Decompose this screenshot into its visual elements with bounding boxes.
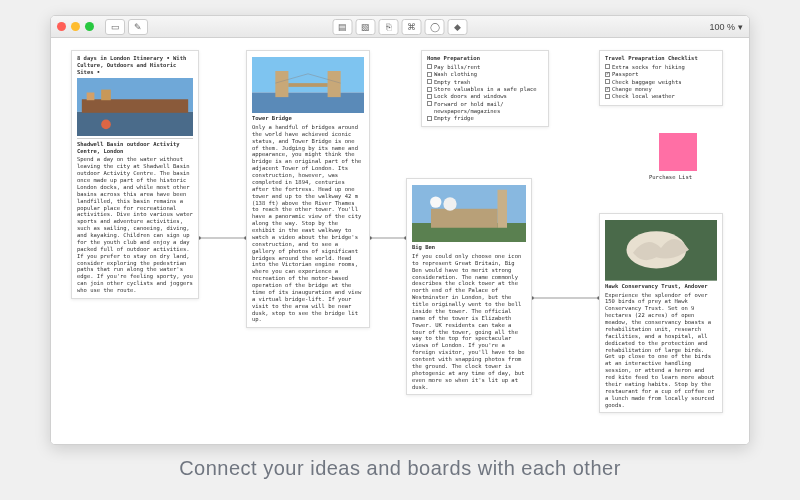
card-body: Only a handful of bridges around the wor… bbox=[252, 124, 364, 323]
checklist-item[interactable]: Passport bbox=[605, 71, 717, 78]
checklist-label: Change money bbox=[612, 86, 652, 93]
svg-rect-20 bbox=[431, 209, 498, 228]
zoom-control[interactable]: 100 % ▾ bbox=[709, 22, 743, 32]
fullscreen-icon[interactable] bbox=[85, 22, 94, 31]
checklist-item[interactable]: Lock doors and windows bbox=[427, 93, 543, 100]
checklist-label: Check local weather bbox=[612, 93, 675, 100]
checklist-item[interactable]: Pay bills/rent bbox=[427, 64, 543, 71]
checkbox-icon[interactable] bbox=[605, 72, 610, 77]
card-title: Hawk Conservancy Trust, Andover bbox=[605, 283, 717, 290]
checklist-item[interactable]: Forward or hold mail/ newspapers/magazin… bbox=[427, 101, 543, 115]
image-big-ben bbox=[412, 185, 526, 242]
card-hawk[interactable]: Hawk Conservancy Trust, Andover Experien… bbox=[599, 213, 723, 413]
close-icon[interactable] bbox=[57, 22, 66, 31]
zoom-level: 100 % bbox=[709, 22, 735, 32]
checkbox-icon[interactable] bbox=[427, 94, 432, 99]
card-title: Home Preparation bbox=[427, 55, 543, 62]
checklist-label: Forward or hold mail/ newspapers/magazin… bbox=[434, 101, 504, 115]
card-title: Tower Bridge bbox=[252, 115, 364, 122]
checklist: Extra socks for hikingPassportCheck bagg… bbox=[605, 64, 717, 100]
canvas[interactable]: 8 days in London Itinerary • With Cultur… bbox=[51, 38, 749, 444]
card-travel-checklist[interactable]: Travel Preapration Checklist Extra socks… bbox=[599, 50, 723, 106]
svg-rect-13 bbox=[252, 92, 364, 113]
svg-rect-9 bbox=[87, 92, 95, 100]
card-big-ben[interactable]: Big Ben If you could only choose one ico… bbox=[406, 178, 532, 395]
card-body: If you could only choose one icon to rep… bbox=[412, 253, 526, 391]
checklist-item[interactable]: Change money bbox=[605, 86, 717, 93]
compose-button[interactable]: ✎ bbox=[128, 19, 148, 35]
chevron-down-icon: ▾ bbox=[738, 22, 743, 32]
checklist-item[interactable]: Wash clothing bbox=[427, 71, 543, 78]
card-shadwell[interactable]: 8 days in London Itinerary • With Cultur… bbox=[71, 50, 199, 299]
purchase-list-label: Purchase List bbox=[649, 174, 692, 180]
card-header: 8 days in London Itinerary • With Cultur… bbox=[77, 55, 193, 76]
svg-rect-15 bbox=[328, 71, 341, 97]
svg-point-22 bbox=[443, 197, 456, 210]
checklist-label: Store valuables in a safe place bbox=[434, 86, 537, 93]
svg-rect-7 bbox=[77, 111, 193, 135]
checklist-label: Passport bbox=[612, 71, 639, 78]
checkbox-icon[interactable] bbox=[605, 87, 610, 92]
minimize-icon[interactable] bbox=[71, 22, 80, 31]
svg-rect-19 bbox=[498, 190, 508, 228]
shape-icon[interactable]: ◯ bbox=[425, 19, 445, 35]
checkbox-icon[interactable] bbox=[427, 64, 432, 69]
card-title: Travel Preapration Checklist bbox=[605, 55, 717, 62]
checklist-item[interactable]: Store valuables in a safe place bbox=[427, 86, 543, 93]
checklist-label: Extra socks for hiking bbox=[612, 64, 685, 71]
tag-icon[interactable]: ◆ bbox=[448, 19, 468, 35]
checklist-label: Check baggage weights bbox=[612, 79, 682, 86]
checklist-label: Wash clothing bbox=[434, 71, 477, 78]
image-waterfront bbox=[77, 78, 193, 136]
checkbox-icon[interactable] bbox=[605, 79, 610, 84]
card-title: Shadwell Basin outdoor Activity Centre, … bbox=[77, 141, 193, 155]
svg-rect-8 bbox=[82, 99, 188, 113]
checklist-label: Empty fridge bbox=[434, 115, 474, 122]
card-title: Big Ben bbox=[412, 244, 526, 251]
checkbox-icon[interactable] bbox=[427, 72, 432, 77]
toolbar-center: ▤ ▧ ⎘ ⌘ ◯ ◆ bbox=[333, 19, 468, 35]
checklist-item[interactable]: Extra socks for hiking bbox=[605, 64, 717, 71]
window-controls bbox=[57, 22, 94, 31]
clipboard-icon[interactable]: ▤ bbox=[333, 19, 353, 35]
checklist-label: Empty trash bbox=[434, 79, 470, 86]
card-home-prep[interactable]: Home Preparation Pay bills/rentWash clot… bbox=[421, 50, 549, 127]
image-hawk bbox=[605, 220, 717, 281]
checkbox-icon[interactable] bbox=[605, 94, 610, 99]
svg-rect-14 bbox=[275, 71, 288, 97]
checkbox-icon[interactable] bbox=[427, 101, 432, 106]
app-window: ▭ ✎ ▤ ▧ ⎘ ⌘ ◯ ◆ 100 % ▾ 8 days in London… bbox=[50, 15, 750, 445]
marketing-caption: Connect your ideas and boards with each … bbox=[0, 457, 800, 480]
attachment-icon[interactable]: ⎘ bbox=[379, 19, 399, 35]
image-tower-bridge bbox=[252, 57, 364, 113]
svg-point-11 bbox=[101, 119, 111, 129]
card-purchase-list[interactable] bbox=[659, 133, 697, 171]
card-tower-bridge[interactable]: Tower Bridge Only a handful of bridges a… bbox=[246, 50, 370, 328]
checklist-item[interactable]: Empty trash bbox=[427, 79, 543, 86]
svg-rect-16 bbox=[288, 83, 327, 87]
svg-point-21 bbox=[430, 196, 441, 207]
checkbox-icon[interactable] bbox=[427, 87, 432, 92]
card-body: Experience the splendor of over 150 bird… bbox=[605, 292, 717, 409]
svg-rect-12 bbox=[252, 57, 364, 92]
checklist-item[interactable]: Empty fridge bbox=[427, 115, 543, 122]
sidebar-toggle-button[interactable]: ▭ bbox=[105, 19, 125, 35]
link-icon[interactable]: ⌘ bbox=[402, 19, 422, 35]
checklist-item[interactable]: Check local weather bbox=[605, 93, 717, 100]
titlebar: ▭ ✎ ▤ ▧ ⎘ ⌘ ◯ ◆ 100 % ▾ bbox=[51, 16, 749, 38]
checklist-label: Lock doors and windows bbox=[434, 93, 507, 100]
copy-icon[interactable]: ▧ bbox=[356, 19, 376, 35]
checkbox-icon[interactable] bbox=[427, 116, 432, 121]
card-body: Spend a day on the water without leaving… bbox=[77, 156, 193, 294]
svg-rect-10 bbox=[101, 89, 111, 100]
checklist-label: Pay bills/rent bbox=[434, 64, 480, 71]
checkbox-icon[interactable] bbox=[427, 79, 432, 84]
checklist: Pay bills/rentWash clothingEmpty trashSt… bbox=[427, 64, 543, 122]
checklist-item[interactable]: Check baggage weights bbox=[605, 79, 717, 86]
checkbox-icon[interactable] bbox=[605, 64, 610, 69]
